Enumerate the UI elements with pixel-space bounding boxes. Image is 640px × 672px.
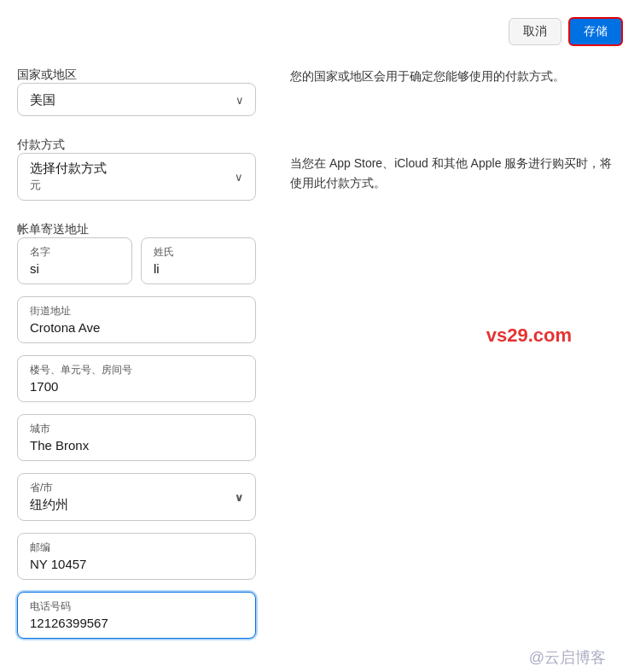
page-container: 取消 存储 国家或地区 美国 付款方式 选择付款方式 元 ∨ xyxy=(0,0,640,672)
payment-label: 付款方式 xyxy=(17,137,65,151)
first-name-label: 名字 xyxy=(30,245,119,260)
left-column: 国家或地区 美国 付款方式 选择付款方式 元 ∨ 帐单寄送地址 xyxy=(17,67,256,659)
payment-method-value: 选择付款方式 xyxy=(30,161,107,175)
city-input[interactable] xyxy=(30,438,243,453)
apt-field[interactable]: 楼号、单元号、房间号 xyxy=(17,355,256,402)
country-label: 国家或地区 xyxy=(17,67,77,81)
city-label: 城市 xyxy=(30,422,243,436)
province-label: 省/市 xyxy=(30,481,226,495)
apt-label: 楼号、单元号、房间号 xyxy=(30,363,243,377)
cancel-button[interactable]: 取消 xyxy=(509,18,561,45)
phone-input[interactable] xyxy=(30,616,243,630)
name-row: 名字 姓氏 xyxy=(17,237,256,284)
phone-label: 电话号码 xyxy=(30,599,243,614)
payment-sub-value: 元 xyxy=(30,178,41,191)
province-value: 纽约州 xyxy=(30,497,68,511)
payment-info-text: 当您在 App Store、iCloud 和其他 Apple 服务进行购买时，将… xyxy=(290,154,623,192)
last-name-field[interactable]: 姓氏 xyxy=(141,237,256,284)
apt-input[interactable] xyxy=(30,379,243,394)
zip-label: 邮编 xyxy=(30,541,243,555)
country-section: 国家或地区 美国 xyxy=(17,67,256,116)
province-chevron-icon: ∨ xyxy=(235,491,243,504)
country-select[interactable]: 美国 xyxy=(17,83,256,116)
phone-field[interactable]: 电话号码 xyxy=(17,592,256,639)
address-section: 帐单寄送地址 名字 姓氏 街道地址 xyxy=(17,221,256,639)
last-name-label: 姓氏 xyxy=(154,245,243,260)
city-field[interactable]: 城市 xyxy=(17,414,256,461)
street-field[interactable]: 街道地址 xyxy=(17,296,256,343)
address-label: 帐单寄送地址 xyxy=(17,222,89,236)
watermark-cloud: @云启博客 xyxy=(529,647,606,668)
payment-chevron-icon: ∨ xyxy=(235,171,243,184)
top-bar: 取消 存储 xyxy=(17,17,623,46)
country-info-text: 您的国家或地区会用于确定您能够使用的付款方式。 xyxy=(290,67,623,85)
zip-field[interactable]: 邮编 xyxy=(17,533,256,580)
province-wrapper[interactable]: 省/市 纽约州 ∨ xyxy=(17,473,256,521)
main-layout: 国家或地区 美国 付款方式 选择付款方式 元 ∨ 帐单寄送地址 xyxy=(17,67,623,659)
first-name-field[interactable]: 名字 xyxy=(17,237,132,284)
watermark-vs: vs29.com xyxy=(486,324,572,347)
zip-input[interactable] xyxy=(30,557,243,571)
payment-section: 付款方式 选择付款方式 元 ∨ xyxy=(17,137,256,201)
street-input[interactable] xyxy=(30,320,243,335)
province-field[interactable]: 省/市 纽约州 ∨ xyxy=(17,473,256,521)
street-label: 街道地址 xyxy=(30,304,243,318)
last-name-input[interactable] xyxy=(154,261,243,276)
save-button[interactable]: 存储 xyxy=(568,17,623,46)
first-name-input[interactable] xyxy=(30,261,119,276)
right-column: 您的国家或地区会用于确定您能够使用的付款方式。 当您在 App Store、iC… xyxy=(290,67,623,659)
country-select-wrapper[interactable]: 美国 xyxy=(17,83,256,116)
payment-field[interactable]: 选择付款方式 元 ∨ xyxy=(17,153,256,201)
